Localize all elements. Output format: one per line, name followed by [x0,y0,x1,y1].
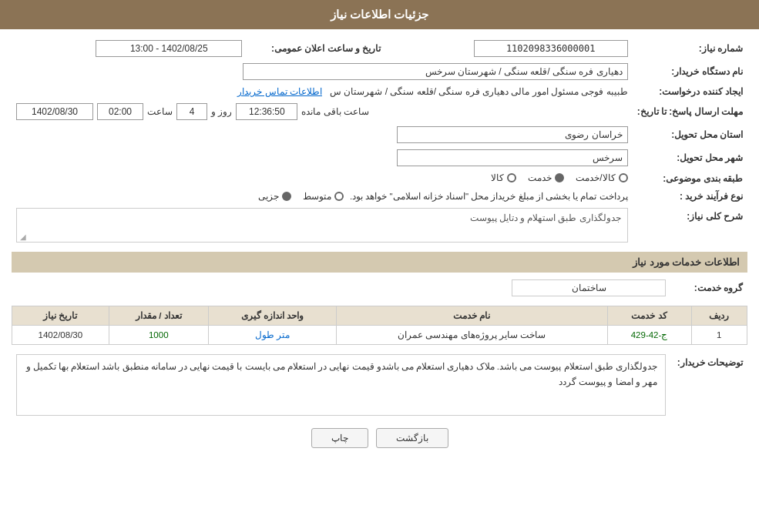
sharh-container: جدولگذاری طبق استهلام و دتایل پیوست ◢ [16,208,628,243]
page-title: جزئیات اطلاعات نیاز [331,8,428,21]
services-table-body: 1ج-42-429ساخت سایر پروژه‌های مهندسی عمرا… [12,326,747,345]
tabaqe-kala-khadamat-radio[interactable] [619,173,628,182]
mohlet-value-cell: ساعت باقی مانده 12:36:50 روز و 4 ساعت 02… [12,100,633,123]
cell-code: ج-42-429 [607,326,691,345]
col-name: نام خدمت [336,306,607,326]
col-tarikh: تاریخ نیاز [12,306,109,326]
mohlet-label: مهلت ارسال پاسخ: تا تاریخ: [633,100,747,123]
button-row: بازگشت چاپ [12,428,747,448]
dastgah-box: دهیاری فره سنگی /قلعه سنگی / شهرستان سرخ… [243,63,628,80]
sharh-label: شرح کلی نیاز: [633,205,747,246]
tabaqe-label: طبقه بندی موضوعی: [633,169,747,188]
shahr-label: شهر محل تحویل: [633,146,747,169]
ostan-value-cell: خراسان رضوی [12,123,633,146]
tabaqe-radio-group: کالا/خدمت خدمت کالا [491,172,627,183]
service-section-title: اطلاعات خدمات مورد نیاز [12,252,747,273]
info-table-top: شماره نیاز: 1102098336000001 تاریخ و ساع… [12,37,747,246]
cell-vahed: متر طول [208,326,336,345]
farind-motavasset-radio[interactable] [334,192,344,201]
mohlet-date-box: 1402/08/30 [16,103,93,120]
cell-name: ساخت سایر پروژه‌های مهندسی عمران [336,326,607,345]
purchase-row: پرداخت تمام یا بخشی از مبلغ خریداز محل "… [16,191,628,202]
mohlet-mande: ساعت باقی مانده [301,106,369,117]
cell-tedad: 1000 [109,326,208,345]
farind-motavasset-item: متوسط [303,191,344,202]
tabaqe-khadamat-item: خدمت [528,172,564,183]
content-area: شماره نیاز: 1102098336000001 تاریخ و ساع… [0,29,759,465]
farind-jozi-radio[interactable] [282,192,291,201]
services-table: ردیف کد خدمت نام خدمت واحد اندازه گیری ت… [12,306,747,345]
tosih-table: توضیحات خریدار: جدولگذاری طبق استعلام پی… [12,351,747,419]
tabaqe-kala-label: کالا [491,172,504,183]
sharh-text: جدولگذاری طبق استهلام و دتایل پیوست [470,213,621,223]
tarikh-box: 1402/08/25 - 13:00 [96,40,242,57]
tosih-label: توضیحات خریدار: [670,351,747,419]
ijad-value-cell: طبیبه فوجی مسئول امور مالی دهیاری فره سن… [12,83,633,100]
ijad-link[interactable]: اطلاعات تماس خریدار [237,86,322,97]
farind-label: نوع فرآیند خرید : [633,188,747,205]
cell-radif: 1 [691,326,747,345]
tosih-text: جدولگذاری طبق استعلام پیوست می باشد. ملا… [26,362,657,386]
farind-text: پرداخت تمام یا بخشی از مبلغ خریداز محل "… [350,191,628,202]
shahr-box: سرخس [397,149,628,166]
mohlet-roz: روز و [211,106,232,117]
farind-radio-group: متوسط جزیی [258,191,344,202]
grohe-table: گروه خدمت: ساختمان [12,276,747,299]
tabaqe-kala-khadamat-label: کالا/خدمت [576,172,615,183]
col-radif: ردیف [691,306,747,326]
grohe-label: گروه خدمت: [670,276,747,299]
tarikh-label: تاریخ و ساعت اعلان عمومی: [247,37,385,60]
shomara-label: شماره نیاز: [633,37,747,60]
ijad-text: طبیبه فوجی مسئول امور مالی دهیاری فره سن… [330,86,628,97]
sharh-value-cell: جدولگذاری طبق استهلام و دتایل پیوست ◢ [12,205,633,246]
tarikh-value-cell: 1402/08/25 - 13:00 [12,37,247,60]
farind-jozi-label: جزیی [258,191,279,202]
grohe-value-cell: ساختمان [12,276,670,299]
tabaqe-kala-item: کالا [491,172,516,183]
back-button[interactable]: بازگشت [376,428,448,448]
ijad-label: ایجاد کننده درخواست: [633,83,747,100]
shomara-value-cell: 1102098336000001 [385,37,632,60]
tosih-value-cell: جدولگذاری طبق استعلام پیوست می باشد. ملا… [12,351,670,419]
mohlet-rooz-box: 4 [176,103,207,120]
tabaqe-kala-radio[interactable] [507,173,516,182]
tabaqe-khadamat-label: خدمت [528,172,552,183]
col-code: کد خدمت [607,306,691,326]
tosih-box: جدولگذاری طبق استعلام پیوست می باشد. ملا… [16,354,666,416]
saat-label: ساعت [147,106,173,117]
farind-motavasset-label: متوسط [303,191,331,202]
page-header: جزئیات اطلاعات نیاز [0,0,759,29]
ostan-box: خراسان رضوی [397,126,628,143]
dastgah-value-cell: دهیاری فره سنگی /قلعه سنگی / شهرستان سرخ… [12,60,633,83]
farind-jozi-item: جزیی [258,191,291,202]
tabaqe-kala-khadamat-item: کالا/خدمت [576,172,627,183]
col-tedad: تعداد / مقدار [109,306,208,326]
services-table-head: ردیف کد خدمت نام خدمت واحد اندازه گیری ت… [12,306,747,326]
col-vahed: واحد اندازه گیری [208,306,336,326]
services-header-row: ردیف کد خدمت نام خدمت واحد اندازه گیری ت… [12,306,747,326]
mohlet-time-box: 02:00 [97,103,143,120]
page-wrapper: جزئیات اطلاعات نیاز شماره نیاز: 11020983… [0,0,759,532]
shahr-value-cell: سرخس [12,146,633,169]
mohlet-saat-box: 12:36:50 [236,103,297,120]
cell-tarikh: 1402/08/30 [12,326,109,345]
table-row: 1ج-42-429ساخت سایر پروژه‌های مهندسی عمرا… [12,326,747,345]
tabaqe-khadamat-radio[interactable] [555,173,564,182]
ostan-label: استان محل تحویل: [633,123,747,146]
tabaqe-value-cell: کالا/خدمت خدمت کالا [12,169,633,188]
print-button[interactable]: چاپ [311,428,368,448]
resize-handle[interactable]: ◢ [18,233,26,240]
grohe-box: ساختمان [512,279,666,296]
dastgah-label: نام دستگاه خریدار: [633,60,747,83]
shomara-box: 1102098336000001 [474,40,628,57]
farind-value-cell: پرداخت تمام یا بخشی از مبلغ خریداز محل "… [12,188,633,205]
